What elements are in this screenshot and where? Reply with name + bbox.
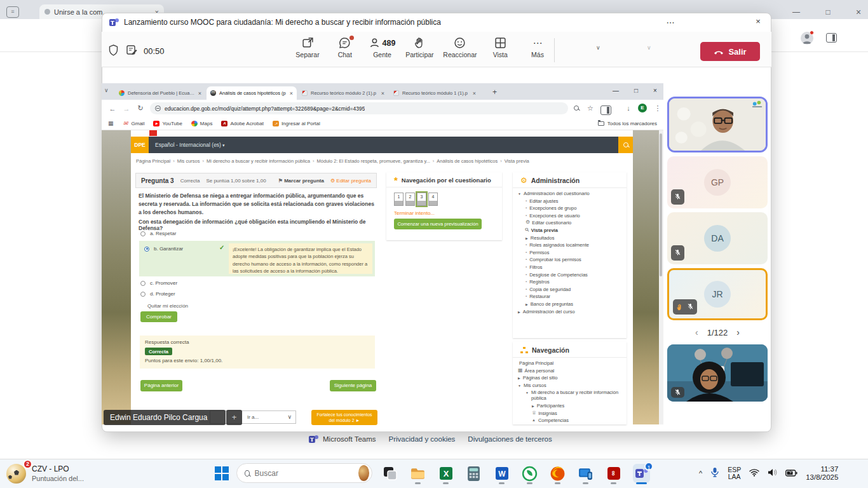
admin-tree-item[interactable]: Registros bbox=[518, 279, 621, 285]
site-settings-icon[interactable] bbox=[155, 105, 161, 111]
admin-tree-item[interactable]: Permisos bbox=[518, 250, 621, 255]
quiznav-question[interactable]: 2 bbox=[405, 193, 415, 206]
window-more-options-icon[interactable]: ⋯ bbox=[662, 18, 679, 29]
breadcrumb-item[interactable]: Mis cursos bbox=[170, 158, 200, 164]
address-bar[interactable]: educacion.dpe.gob.ec/mod/quiz/attempt.ph… bbox=[150, 102, 568, 114]
minimize-icon[interactable]: — bbox=[787, 5, 806, 19]
admin-tree-item[interactable]: Excepciones de grupo bbox=[518, 205, 621, 211]
bookmark-item[interactable]: YouTube bbox=[153, 121, 182, 126]
next-page-button[interactable]: Siguiente página bbox=[330, 380, 376, 391]
whatsapp-icon[interactable] bbox=[521, 464, 538, 483]
microphone-options-chevron-icon[interactable]: ∨ bbox=[647, 44, 651, 51]
previous-page-button[interactable]: Página anterior bbox=[140, 380, 182, 391]
tab-close-icon[interactable] bbox=[473, 90, 476, 97]
tab-close-icon[interactable] bbox=[290, 90, 293, 97]
finish-attempt-link[interactable]: Terminar intento... bbox=[394, 210, 435, 216]
admin-tree-item[interactable]: Resultados bbox=[518, 235, 621, 241]
shield-icon[interactable] bbox=[108, 44, 119, 58]
all-bookmarks-button[interactable]: Todos los marcadores bbox=[598, 121, 657, 126]
next-page-icon[interactable]: › bbox=[736, 327, 740, 337]
view-button[interactable]: Vista bbox=[486, 37, 514, 58]
check-button[interactable]: Comprobar bbox=[140, 311, 177, 322]
wifi-icon[interactable] bbox=[749, 468, 759, 479]
disclosures-link[interactable]: Divulgaciones de terceros bbox=[468, 435, 552, 443]
edit-question-link[interactable]: Editar pregunta bbox=[330, 178, 371, 184]
battery-icon[interactable] bbox=[785, 468, 797, 479]
file-explorer-icon[interactable] bbox=[409, 464, 426, 483]
admin-tree-item[interactable]: Editar cuestionario bbox=[518, 220, 621, 226]
self-video-tile[interactable] bbox=[667, 344, 768, 402]
nav-tree-item[interactable]: Mis cursos bbox=[518, 383, 621, 388]
browser-tab[interactable]: Defensoría del Pueblo | Ecuado bbox=[115, 86, 205, 100]
admin-tree-item[interactable]: Excepciones de usuario bbox=[518, 213, 621, 219]
breadcrumb-item[interactable]: Análisis de casos hipotéticos bbox=[430, 158, 498, 164]
browser-tab[interactable]: Recurso teórico módulo 1 (1).p bbox=[390, 86, 480, 100]
admin-tree-item[interactable]: Desglose de Competencias bbox=[518, 272, 621, 278]
nav-tree-item[interactable]: Página Principal bbox=[518, 360, 621, 366]
answer-option-b-selected[interactable]: b. Garantizar ✓ ¡Excelente! La obligació… bbox=[139, 241, 375, 276]
excel-icon[interactable]: X bbox=[437, 464, 454, 483]
close-icon[interactable]: × bbox=[849, 5, 868, 19]
meeting-notes-icon[interactable] bbox=[126, 44, 137, 58]
quiznav-question[interactable]: 4 bbox=[428, 193, 438, 206]
next-module-button[interactable]: Fortalece tus conocimientos del módulo 2… bbox=[311, 410, 377, 425]
shared-close-icon[interactable]: × bbox=[648, 85, 662, 97]
tab-close-icon[interactable] bbox=[381, 90, 384, 97]
volume-icon[interactable] bbox=[768, 468, 777, 479]
bookmark-item[interactable]: Gmail bbox=[123, 121, 145, 126]
raise-hand-button[interactable]: Participar bbox=[405, 37, 433, 58]
tab-list-icon[interactable]: ≡ bbox=[6, 6, 19, 18]
nav-tree-item[interactable]: Competencias bbox=[518, 417, 621, 423]
shared-maximize-icon[interactable]: □ bbox=[629, 85, 643, 97]
back-icon[interactable]: ← bbox=[105, 105, 119, 112]
acrobat-icon[interactable]: ∞ bbox=[605, 464, 622, 483]
admin-tree-item[interactable]: Banco de preguntas bbox=[518, 301, 621, 307]
nav-tree-item[interactable]: Participantes bbox=[518, 403, 621, 409]
browser-tab[interactable]: Recurso teórico módulo 2 (1).p bbox=[298, 86, 388, 100]
word-icon[interactable]: W bbox=[493, 464, 510, 483]
answer-option-a[interactable]: a. Respetar bbox=[140, 231, 176, 236]
language-indicator[interactable]: ESP LAA bbox=[728, 466, 741, 480]
download-icon[interactable]: ↓ bbox=[623, 104, 634, 112]
shared-minimize-icon[interactable]: — bbox=[609, 85, 623, 97]
people-button[interactable]: 489 Gente bbox=[369, 37, 397, 58]
reload-icon[interactable]: ↻ bbox=[133, 104, 147, 112]
tab-search-chevron-icon[interactable]: ∨ bbox=[104, 87, 109, 93]
apps-grid-icon[interactable]: ▦ bbox=[108, 120, 114, 126]
tray-overflow-icon[interactable]: ^ bbox=[699, 470, 702, 477]
pin-presenter-icon[interactable]: + bbox=[226, 410, 242, 425]
admin-tree-item[interactable]: Comprobar los permisos bbox=[518, 257, 621, 262]
admin-tree-item[interactable]: Filtros bbox=[518, 264, 621, 270]
admin-tree-item[interactable]: Administración del curso bbox=[518, 309, 621, 315]
admin-tree-item[interactable]: Copia de seguridad bbox=[518, 287, 621, 292]
chrome-profile-avatar[interactable]: E bbox=[638, 104, 647, 112]
breakout-button[interactable]: Separar bbox=[294, 37, 322, 58]
chrome-menu-icon[interactable]: ⋮ bbox=[652, 104, 663, 112]
calculator-icon[interactable] bbox=[465, 464, 482, 483]
taskbar-search[interactable] bbox=[236, 463, 372, 483]
page-scrollbar-thumb[interactable] bbox=[660, 133, 662, 276]
participant-tile[interactable]: JR bbox=[667, 268, 768, 320]
task-view-icon[interactable] bbox=[381, 464, 398, 483]
bookmark-item[interactable]: Ingresar al Portal bbox=[273, 121, 320, 126]
window-close-icon[interactable]: × bbox=[749, 17, 768, 29]
flag-question-link[interactable]: Marcar pregunta bbox=[278, 178, 324, 184]
privacy-link[interactable]: Privacidad y cookies bbox=[389, 435, 456, 443]
answer-option-c[interactable]: c. Promover bbox=[140, 280, 177, 286]
breadcrumb-item[interactable]: Módulo 2: El Estado respeta, promueve, g… bbox=[310, 158, 430, 164]
breadcrumb-item[interactable]: Mi derecho a buscar y recibir informació… bbox=[200, 158, 311, 164]
breadcrumb-item[interactable]: Página Principal bbox=[136, 158, 170, 164]
nav-tree-item[interactable]: Área personal bbox=[518, 368, 621, 374]
leave-button[interactable]: Salir bbox=[700, 42, 760, 61]
answer-option-d[interactable]: d. Proteger bbox=[140, 291, 175, 297]
clock[interactable]: 11:37 13/8/2025 bbox=[806, 465, 838, 482]
bookmark-item[interactable]: Adobe Acrobat bbox=[221, 121, 263, 126]
radio-icon[interactable] bbox=[140, 281, 146, 286]
previous-page-icon[interactable]: ‹ bbox=[695, 327, 698, 337]
more-button[interactable]: ⋯ Más bbox=[524, 37, 552, 58]
browser-tab[interactable]: Análisis de casos hipotéticos (p bbox=[207, 86, 297, 100]
chat-button[interactable]: Chat bbox=[331, 37, 359, 58]
participant-tile[interactable]: DA bbox=[667, 212, 768, 264]
nav-tree-item[interactable]: Páginas del sitio bbox=[518, 375, 621, 381]
bookmark-star-icon[interactable]: ☆ bbox=[585, 104, 596, 112]
